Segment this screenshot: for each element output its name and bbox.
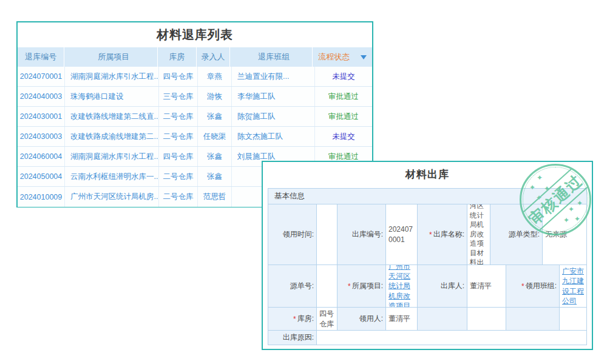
project-cell: 湖南洞庭湖水库引水工程... bbox=[65, 147, 159, 166]
collect-time-label: 领用时间: bbox=[268, 204, 317, 265]
form-row: 出库原因: bbox=[268, 331, 586, 345]
entered-by-cell: 章燕 bbox=[198, 67, 232, 86]
source-no-value[interactable] bbox=[317, 265, 337, 307]
return-id-cell[interactable]: 2024010009 bbox=[18, 187, 65, 207]
warehouse-cell: 二号仓库 bbox=[159, 167, 198, 186]
table-row[interactable]: 2024030001 改建铁路线增建第二线直... 二号仓库 张鑫 陈贺施工队 … bbox=[18, 107, 372, 127]
table-row[interactable]: 2024030003 改建铁路成渝线增建第二... 二号仓库 任晓渠 陈文杰施工… bbox=[18, 127, 372, 147]
required-star: * bbox=[348, 282, 351, 291]
empty-value-cell bbox=[467, 308, 506, 330]
entered-by-cell: 任晓渠 bbox=[198, 127, 232, 146]
return-list-title: 材料退库列表 bbox=[18, 22, 372, 47]
source-no-label: 源单号: bbox=[268, 265, 317, 307]
return-id-cell[interactable]: 2024060004 bbox=[18, 147, 65, 166]
source-type-value[interactable]: 无来源 bbox=[543, 204, 586, 265]
status-cell: 未提交 bbox=[315, 67, 372, 86]
warehouse-cell: 四号仓库 bbox=[159, 147, 198, 166]
form-row: 领用时间: 出库编号: 2024070001 *出库名称: 广州市天河区统计局机… bbox=[268, 204, 586, 265]
column-header-warehouse: 库房 bbox=[158, 47, 196, 67]
return-id-cell[interactable]: 2024040003 bbox=[18, 87, 65, 106]
column-header-team: 退库班组 bbox=[230, 47, 313, 67]
outbound-reason-label: 出库原因: bbox=[268, 331, 317, 345]
return-list-header-row: 退库编号 所属项目 库房 录入人 退库班组 流程状态 bbox=[18, 47, 372, 67]
column-header-entered-by: 录入人 bbox=[197, 47, 231, 67]
filter-dropdown-icon[interactable] bbox=[361, 55, 367, 59]
basic-info-section-header: 基本信息 bbox=[268, 188, 587, 204]
entered-by-cell: 张鑫 bbox=[198, 167, 232, 186]
project-cell: 改建铁路线增建第二线直... bbox=[65, 107, 159, 126]
empty-label-cell bbox=[506, 308, 560, 330]
return-id-cell[interactable]: 2024030003 bbox=[18, 127, 65, 146]
project-cell: 湖南洞庭湖水库引水工程... bbox=[65, 67, 159, 86]
table-row[interactable]: 2024040003 珠海鹤港口建设 三号仓库 游恢 李华施工队 审批通过 bbox=[18, 87, 372, 107]
outbound-person-value: 董清平 bbox=[467, 265, 506, 307]
team-cell: 兰迪置业有限... bbox=[232, 67, 315, 86]
warehouse-cell: 四号仓库 bbox=[159, 67, 198, 86]
outbound-name-value[interactable]: 广州市天河区统计局机房改造项目材料出库0225 bbox=[467, 204, 490, 265]
status-cell: 审批通过 bbox=[315, 107, 372, 126]
form-row: *库房: 四号仓库 领用人: 董清平 bbox=[268, 308, 586, 331]
collect-team-label: *领用班组: bbox=[506, 265, 560, 307]
entered-by-cell: 张鑫 bbox=[198, 107, 232, 126]
required-star: * bbox=[429, 231, 432, 239]
return-id-cell[interactable]: 2024070001 bbox=[18, 67, 65, 86]
status-cell: 未提交 bbox=[315, 127, 372, 146]
section-header-label: 基本信息 bbox=[274, 191, 305, 201]
collector-value: 董清平 bbox=[386, 308, 418, 330]
column-header-return-id: 退库编号 bbox=[18, 47, 64, 67]
project-cell: 广州市天河区统计局机房... bbox=[65, 187, 159, 207]
warehouse-label: *库房: bbox=[268, 308, 317, 330]
entered-by-cell: 张鑫 bbox=[198, 147, 232, 166]
outbound-name-label: *出库名称: bbox=[418, 204, 467, 265]
column-header-project: 所属项目 bbox=[64, 47, 158, 67]
warehouse-value[interactable]: 四号仓库 bbox=[317, 308, 337, 330]
project-cell: 云南水利枢纽潜明水库一... bbox=[65, 167, 159, 186]
required-star: * bbox=[293, 315, 296, 323]
project-cell: 改建铁路成渝线增建第二... bbox=[65, 127, 159, 146]
empty-value-cell bbox=[560, 308, 586, 330]
warehouse-cell: 二号仓库 bbox=[159, 187, 198, 207]
warehouse-cell: 二号仓库 bbox=[159, 127, 198, 146]
material-outbound-panel: 材料出库 基本信息 领用时间: 出库编号: 2024070001 *出库名称: … bbox=[262, 161, 593, 350]
return-id-cell[interactable]: 2024050004 bbox=[18, 167, 65, 186]
team-cell: 陈贺施工队 bbox=[232, 107, 315, 126]
project-label: *所属项目: bbox=[337, 265, 386, 307]
table-row[interactable]: 2024070001 湖南洞庭湖水库引水工程... 四号仓库 章燕 兰迪置业有限… bbox=[18, 67, 372, 87]
source-type-label: 源单类型: bbox=[490, 204, 543, 265]
empty-label-cell bbox=[418, 308, 467, 330]
collector-label: 领用人: bbox=[337, 308, 386, 330]
team-cell: 陈文杰施工队 bbox=[232, 127, 315, 146]
form-row: 源单号: *所属项目: 广州市天河区统计局机房改造项目 出库人: 董清平 *领用… bbox=[268, 265, 586, 308]
status-cell: 审批通过 bbox=[315, 87, 372, 106]
warehouse-cell: 三号仓库 bbox=[159, 87, 198, 106]
outbound-reason-value[interactable] bbox=[317, 331, 586, 345]
outbound-no-value: 2024070001 bbox=[386, 204, 418, 265]
required-star: * bbox=[521, 282, 524, 291]
project-cell: 珠海鹤港口建设 bbox=[65, 87, 159, 106]
team-cell: 李华施工队 bbox=[232, 87, 315, 106]
outbound-no-label: 出库编号: bbox=[337, 204, 386, 265]
outbound-form-table: 领用时间: 出库编号: 2024070001 *出库名称: 广州市天河区统计局机… bbox=[268, 204, 587, 345]
outbound-person-label: 出库人: bbox=[418, 265, 467, 307]
column-header-status: 流程状态 bbox=[313, 47, 355, 67]
project-link[interactable]: 广州市天河区统计局机房改造项目 bbox=[386, 265, 418, 307]
collect-team-link[interactable]: 广安市九江建设工程公司 bbox=[560, 265, 586, 307]
return-id-cell[interactable]: 2024030001 bbox=[18, 107, 65, 126]
outbound-title: 材料出库 bbox=[263, 162, 592, 186]
warehouse-cell: 二号仓库 bbox=[159, 107, 198, 126]
entered-by-cell: 范思哲 bbox=[198, 187, 232, 207]
status-filter-cell[interactable] bbox=[355, 47, 372, 67]
entered-by-cell: 游恢 bbox=[198, 87, 232, 106]
collect-time-value[interactable] bbox=[317, 204, 337, 265]
